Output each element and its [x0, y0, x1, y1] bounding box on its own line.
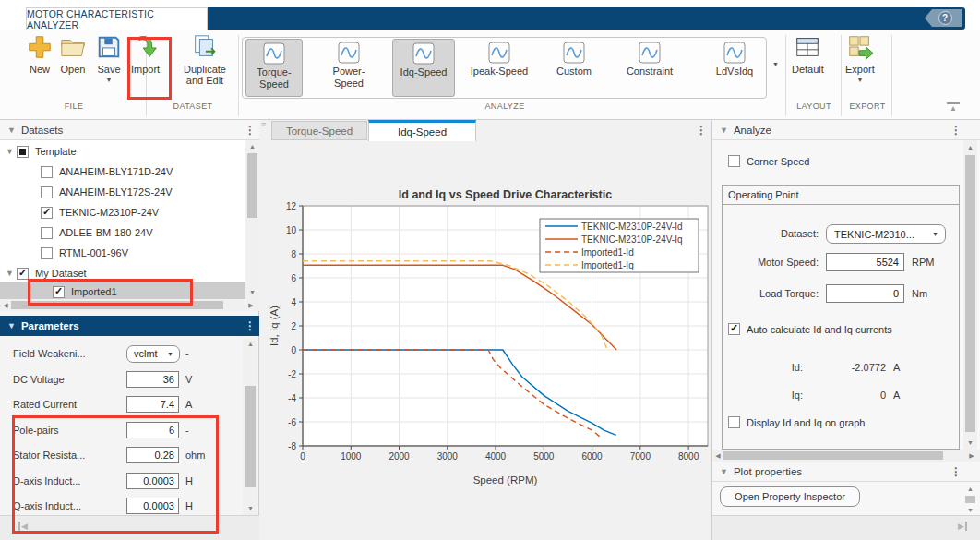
- scroll-left-icon[interactable]: ◀: [714, 452, 722, 460]
- analyze-section-label: ANALYZE: [242, 102, 768, 111]
- load-torque-field[interactable]: [826, 284, 904, 303]
- analyze-torque-speed-button[interactable]: Torque-Speed: [245, 39, 303, 97]
- d-axis-inductance-field[interactable]: [126, 473, 179, 489]
- collapse-triangle-icon[interactable]: ▼: [7, 321, 16, 330]
- analyze-ldvsidq-button[interactable]: LdVsIdq: [709, 39, 760, 97]
- display-id-iq-checkbox[interactable]: [728, 416, 740, 428]
- collapse-toolstrip-icon[interactable]: ▲: [947, 102, 960, 114]
- toolstrip-separator: [238, 35, 239, 116]
- dataset-dropdown[interactable]: TEKNIC-M2310... ▼: [826, 224, 946, 244]
- analyze-horizontal-scrollbar[interactable]: ◀ ▶: [712, 450, 980, 462]
- pole-pairs-field[interactable]: [126, 422, 179, 438]
- parameters-menu-icon[interactable]: ⋮: [245, 319, 256, 332]
- datasets-horizontal-scrollbar[interactable]: ◀ ▶: [0, 299, 259, 311]
- parameters-vertical-scrollbar[interactable]: ▲ ▼: [243, 338, 257, 515]
- q-axis-inductance-field[interactable]: [126, 498, 179, 514]
- motor-characteristic-analyzer-app: { "titlebar": { "app_tab": "MOTOR CHARAC…: [0, 0, 980, 540]
- scroll-right-icon[interactable]: ▶: [968, 452, 975, 460]
- dataset-checkbox[interactable]: [41, 247, 53, 259]
- rated-current-field[interactable]: [126, 396, 179, 413]
- imported1-checkbox[interactable]: ✓: [53, 286, 65, 298]
- analyze-constraint-button[interactable]: Constraint: [618, 39, 681, 97]
- dataset-checkbox[interactable]: [41, 166, 53, 178]
- analyze-menu-icon[interactable]: ⋮: [950, 124, 962, 137]
- scroll-down-icon[interactable]: ▼: [966, 439, 974, 447]
- datasets-vertical-scrollbar[interactable]: ▲ ▼: [245, 140, 259, 299]
- scrollbar-thumb[interactable]: [247, 153, 257, 218]
- motor-speed-field[interactable]: [826, 253, 904, 271]
- scrollbar-thumb[interactable]: [11, 301, 223, 309]
- save-button[interactable]: Save ▼: [95, 33, 123, 83]
- tree-expand-icon[interactable]: ▼: [6, 269, 17, 278]
- export-button[interactable]: Export ▼: [845, 33, 875, 83]
- analyze-vertical-scrollbar[interactable]: ▲ ▼: [963, 140, 977, 450]
- open-button[interactable]: Open: [59, 33, 87, 75]
- iq-value: 0: [812, 390, 886, 401]
- stator-resistance-field[interactable]: [126, 447, 179, 463]
- plot-properties-header[interactable]: ▼ Plot properties: [712, 462, 980, 482]
- panel-grip-icon[interactable]: ≡: [261, 123, 269, 138]
- tab-idq-speed[interactable]: Idq-Speed: [368, 120, 476, 141]
- tree-item[interactable]: ANAHEIM-BLY171D-24V: [41, 162, 173, 181]
- tab-torque-speed[interactable]: Torque-Speed: [271, 121, 367, 140]
- parameter-unit: -: [185, 425, 189, 436]
- plot-properties-scrollbar[interactable]: ▲ ▼: [963, 484, 977, 515]
- scroll-right-icon[interactable]: ▶: [247, 302, 255, 309]
- dataset-checkbox[interactable]: [41, 227, 53, 239]
- default-layout-button[interactable]: Default: [792, 33, 824, 75]
- analyze-power-speed-button[interactable]: Power-Speed: [321, 39, 376, 97]
- analyze-ipeak-speed-button[interactable]: Ipeak-Speed: [466, 39, 532, 97]
- collapse-triangle-icon[interactable]: ▼: [720, 467, 728, 476]
- plot-properties-menu-icon[interactable]: ⋮: [950, 465, 962, 478]
- tree-item[interactable]: ANAHEIM-BLY172S-24V: [41, 183, 173, 201]
- datasets-panel-header[interactable]: ▼ Datasets: [0, 120, 259, 140]
- scroll-left-icon[interactable]: ◀: [2, 302, 9, 309]
- corner-speed-checkbox[interactable]: [728, 155, 740, 167]
- duplicate-and-edit-button[interactable]: Duplicate and Edit: [178, 33, 232, 86]
- save-dropdown-arrow-icon[interactable]: ▼: [106, 77, 113, 83]
- dc-voltage-field[interactable]: [126, 371, 179, 388]
- scroll-up-icon[interactable]: ▲: [248, 143, 257, 150]
- datasets-menu-icon[interactable]: ⋮: [245, 124, 256, 137]
- scroll-up-icon[interactable]: ▲: [966, 144, 974, 151]
- scrollbar-thumb[interactable]: [245, 386, 256, 487]
- scrollbar-thumb[interactable]: [965, 496, 975, 503]
- analyze-button-label: Power-Speed: [327, 66, 371, 89]
- tree-item[interactable]: ✓ TEKNIC-M2310P-24V: [41, 203, 159, 222]
- collapse-triangle-icon[interactable]: ▼: [720, 126, 728, 135]
- tree-expand-icon[interactable]: ▼: [6, 147, 17, 156]
- parameters-panel-header[interactable]: ▼ Parameters: [0, 316, 259, 336]
- tree-group-template[interactable]: ▼ Template: [6, 142, 77, 161]
- scroll-down-icon[interactable]: ▼: [248, 289, 257, 296]
- new-button[interactable]: New: [26, 33, 54, 75]
- app-tab[interactable]: MOTOR CHARACTERISTIC ANALYZER: [26, 7, 208, 30]
- tree-item[interactable]: RTML-001-96V: [41, 244, 128, 262]
- auto-calculate-checkbox[interactable]: ✓: [728, 323, 740, 335]
- import-button[interactable]: Import: [131, 33, 160, 75]
- help-button[interactable]: ?: [925, 9, 962, 27]
- scroll-down-icon[interactable]: ▼: [966, 507, 974, 514]
- scroll-up-icon[interactable]: ▲: [966, 486, 974, 493]
- dataset-checkbox[interactable]: ✓: [41, 207, 53, 219]
- scroll-down-icon[interactable]: ▼: [246, 505, 255, 512]
- tree-group-my-dataset[interactable]: ▼ ✓ My Dataset: [6, 264, 87, 282]
- scroll-up-icon[interactable]: ▲: [246, 341, 255, 348]
- tree-item[interactable]: ADLEE-BM-180-24V: [41, 223, 153, 242]
- collapse-panel-left-icon[interactable]: ◀: [18, 522, 28, 531]
- open-property-inspector-button[interactable]: Open Property Inspector: [720, 486, 860, 507]
- analyze-gallery-dropdown-icon[interactable]: ▼: [772, 61, 779, 67]
- export-dropdown-arrow-icon[interactable]: ▼: [856, 77, 863, 83]
- dataset-checkbox[interactable]: [41, 186, 53, 198]
- collapse-panel-right-icon[interactable]: ▶: [958, 522, 967, 531]
- scrollbar-thumb[interactable]: [965, 155, 975, 432]
- open-property-inspector-label: Open Property Inspector: [735, 491, 845, 502]
- scrollbar-thumb[interactable]: [723, 451, 943, 460]
- my-dataset-checkbox[interactable]: ✓: [17, 268, 29, 280]
- template-checkbox[interactable]: [17, 146, 29, 158]
- analyze-idq-speed-button[interactable]: Idq-Speed: [392, 39, 455, 97]
- plot-area-menu-icon[interactable]: ⋮: [696, 124, 707, 137]
- collapse-triangle-icon[interactable]: ▼: [7, 126, 16, 135]
- analyze-panel-header[interactable]: ▼ Analyze: [712, 120, 980, 140]
- analyze-custom-button[interactable]: Custom: [550, 39, 598, 97]
- field-weakening-dropdown[interactable]: vclmt ▼: [126, 345, 180, 363]
